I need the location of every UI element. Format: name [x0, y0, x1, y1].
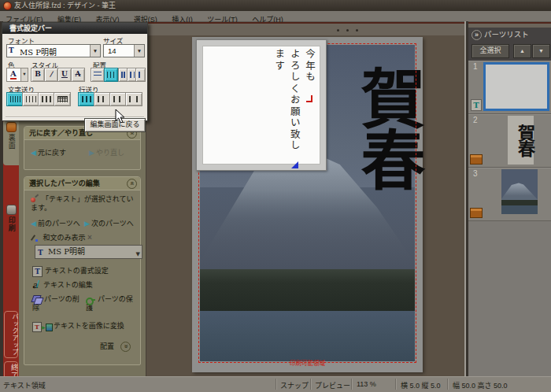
line-spacing-4-button[interactable]	[125, 92, 142, 106]
truetype-icon: T	[38, 247, 43, 259]
edit-text-icon: a/	[32, 281, 41, 290]
vertical-lines-icon	[107, 72, 115, 78]
edit-text-button[interactable]: a/テキストの編集	[32, 279, 148, 290]
horizontal-text-button[interactable]	[91, 68, 105, 82]
select-all-button[interactable]: 全選択	[471, 44, 509, 58]
greeting-text[interactable]: 今年も よろしくお願い致します	[272, 49, 317, 157]
undo-redo-section: 元に戻す／やり直し « ◀元に戻す ▶やり直し	[24, 126, 141, 170]
text-part-editing[interactable]: 今年も よろしくお願い致します	[196, 39, 327, 171]
font-color-button[interactable]: A ▼	[6, 68, 28, 82]
convert-to-image-icon: T▶	[32, 322, 51, 331]
app-window: 友人住所録.fzd : デザイン - 筆王 ファイル(F) 編集(E) 表示(V…	[0, 0, 551, 392]
char-spacing-1-button[interactable]	[6, 92, 24, 106]
next-arrow-icon: ▶	[84, 220, 90, 227]
char-spacing-3-button[interactable]	[38, 92, 55, 106]
brush-icon	[31, 235, 39, 242]
tab-print[interactable]: 印刷	[3, 202, 19, 248]
print-icon	[6, 205, 17, 215]
status-left: テキスト領域	[3, 380, 46, 390]
vertical-text-button[interactable]	[104, 68, 118, 82]
parts-list-header: » パーツリスト	[468, 28, 551, 42]
dropdown-arrow-icon[interactable]: ▼	[134, 45, 144, 57]
format-settings-dialog: 書式設定バー フォント サイズ T MS P明朝 ▼ 14 ▼ 色 スタイル 配…	[2, 22, 148, 121]
prev-arrow-icon: ◀	[31, 220, 36, 227]
printable-area-label: 印刷可能領域	[192, 358, 423, 367]
text-part-icon: T	[471, 99, 482, 111]
line-spacing-1-button[interactable]	[78, 92, 95, 106]
menu-bar: ファイル(F) 編集(E) 表示(V) 選択(S) 挿入(I) ツール(T) ヘ…	[0, 11, 551, 22]
protect-part-button[interactable]: パーツの保護	[86, 295, 138, 312]
linebreak-marker-icon	[306, 95, 312, 102]
status-zoom: 113 %	[357, 380, 376, 388]
window-title: 友人住所録.fzd : デザイン - 筆王	[14, 0, 116, 11]
font-select[interactable]: T MS P明朝 ▼	[6, 44, 101, 57]
status-preview: プレビュー	[315, 380, 350, 390]
wabun-close-icon[interactable]: ×	[87, 233, 92, 242]
redo-arrow-icon: ▶	[89, 149, 94, 157]
expand-icon[interactable]: «	[120, 342, 131, 352]
status-size: 幅 50.0 高さ 50.0	[453, 380, 508, 390]
strikethrough-button[interactable]: A	[71, 68, 85, 82]
mouse-cursor	[115, 109, 125, 124]
part-item-calligraphy[interactable]: 2 賀春	[468, 114, 551, 168]
selected-part-header: 選択したパーツの編集 «	[24, 177, 140, 190]
move-down-button[interactable]: ▼	[532, 44, 550, 58]
tab-back-side[interactable]: 裏面	[3, 120, 19, 165]
underline-button[interactable]: U	[57, 68, 72, 82]
undo-arrow-icon: ◀	[31, 149, 36, 157]
dialog-title: 書式設定バー	[2, 24, 52, 32]
panel-collapse-icon[interactable]: »	[471, 30, 482, 40]
line-spacing-2-button[interactable]	[94, 92, 111, 106]
dropdown-arrow-icon[interactable]: ▼	[20, 68, 28, 81]
protect-part-icon	[86, 296, 95, 304]
delete-part-button[interactable]: パーツの削除	[32, 295, 83, 312]
part-item-photo[interactable]: 3	[468, 168, 551, 221]
delete-part-icon	[32, 295, 42, 304]
app-icon	[3, 2, 12, 10]
layer-part-icon	[470, 208, 483, 218]
parts-list: 1 T 2 賀春 3	[468, 61, 551, 376]
format-text-icon: T	[32, 266, 43, 277]
parts-list-panel: » パーツリスト 全選択 ▲ ▼ 1 T 2 賀春 3	[468, 28, 551, 376]
align-bottom-button[interactable]	[135, 68, 146, 82]
text-part-paper[interactable]: 今年も よろしくお願い致します	[202, 46, 320, 165]
char-spacing-4-button[interactable]	[54, 92, 71, 106]
design-canvas: 賀春 印刷可能領域 今年も よろしくお願い致します	[146, 35, 465, 376]
dropdown-arrow-icon[interactable]: ▼	[90, 45, 100, 57]
part-thumbnail-text[interactable]	[483, 62, 549, 111]
format-text-button[interactable]: Tテキストの書式設定	[32, 265, 148, 277]
part-item-text[interactable]: 1 T	[468, 61, 551, 114]
text-end-marker-icon	[291, 161, 298, 168]
convert-to-image-button[interactable]: T▶ テキストを画像に変換	[32, 320, 148, 331]
char-spacing-2-button[interactable]	[22, 92, 39, 106]
status-snap: スナップ	[280, 380, 309, 390]
part-thumbnail-calligraphy[interactable]: 賀春	[508, 116, 534, 165]
title-bar: 友人住所録.fzd : デザイン - 筆王	[0, 0, 551, 11]
dropdown-arrow-icon: ▼	[136, 249, 140, 261]
truetype-icon: T	[9, 46, 14, 54]
dialog-title-bar[interactable]: 書式設定バー	[2, 23, 147, 34]
move-up-button[interactable]: ▲	[513, 44, 531, 58]
bold-button[interactable]: B	[31, 68, 45, 82]
collapse-icon[interactable]: «	[127, 179, 137, 189]
size-select[interactable]: 14 ▼	[103, 44, 145, 57]
postcard[interactable]: 賀春 印刷可能領域 今年も よろしくお願い致します	[192, 37, 423, 372]
part-font-select[interactable]: T MS P明朝 ▼	[35, 245, 142, 259]
layer-part-icon	[470, 154, 483, 165]
italic-button[interactable]: /	[44, 68, 58, 82]
selected-info: 「テキスト」が選択されています。	[31, 195, 135, 213]
part-thumbnail-photo[interactable]	[501, 169, 538, 214]
dialog-body: フォント サイズ T MS P明朝 ▼ 14 ▼ 色 スタイル 配置 A ▼ B…	[2, 34, 147, 120]
status-bar: テキスト領域 スナップ プレビュー 113 % 横 5.0 縦 5.0 幅 50…	[0, 376, 551, 392]
status-position: 横 5.0 縦 5.0	[401, 380, 441, 390]
pin-icon	[31, 195, 39, 204]
wabun-only-row: 和文のみ表示 ×	[31, 232, 146, 242]
line-spacing-3-button[interactable]	[109, 92, 127, 106]
selected-part-section: 選択したパーツの編集 « 「テキスト」が選択されています。 ◀前のパーツへ ▶次…	[24, 176, 141, 365]
tab-backup[interactable]: バックアップ	[3, 311, 19, 358]
horizontal-lines-icon	[94, 72, 102, 78]
back-side-icon	[6, 122, 17, 132]
